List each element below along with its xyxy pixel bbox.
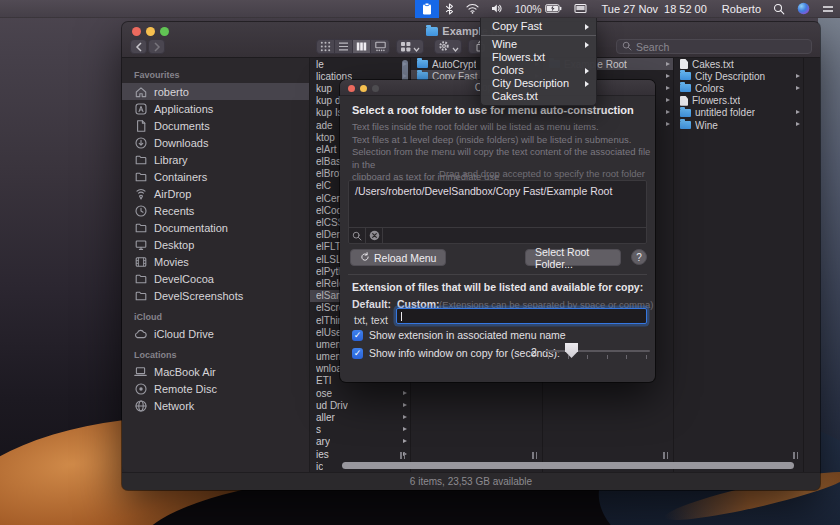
file-name: Flowers.txt xyxy=(692,95,740,106)
root-folder-dropzone[interactable]: /Users/roberto/DevelSandbox/Copy Fast/Ex… xyxy=(348,180,647,244)
file-row-flowers-txt[interactable]: Flowers.txt xyxy=(674,95,803,107)
slider-track[interactable] xyxy=(545,350,650,352)
back-button[interactable] xyxy=(130,39,147,54)
recents-icon xyxy=(134,204,147,217)
view-mode-segmented-control xyxy=(316,39,390,54)
checkbox-checked[interactable]: ✓ xyxy=(352,330,363,341)
sidebar-item-label: Recents xyxy=(154,205,194,217)
disclosure-arrow-icon xyxy=(666,110,670,114)
file-name: ic xyxy=(316,461,323,472)
status-item-volume[interactable] xyxy=(485,0,509,18)
sidebar-item-roberto[interactable]: roberto xyxy=(122,83,309,100)
finder-titlebar[interactable]: Example Root xyxy=(122,22,820,58)
file-row-ies[interactable]: ies xyxy=(310,448,410,460)
menu-item-copy-fast[interactable]: Copy Fast xyxy=(481,20,596,33)
sidebar-item-macbook-air[interactable]: MacBook Air xyxy=(122,363,309,380)
siri-icon xyxy=(797,2,810,15)
seconds-slider[interactable] xyxy=(545,342,650,360)
disclosure-arrow-icon xyxy=(666,86,670,90)
sidebar-item-develcocoa[interactable]: DevelCocoa xyxy=(122,270,309,287)
file-name: le xyxy=(316,59,324,70)
sidebar-item-network[interactable]: Network xyxy=(122,397,309,414)
status-item-battery[interactable]: 100% xyxy=(509,0,568,18)
sidebar-item-containers[interactable]: Containers xyxy=(122,168,309,185)
help-button[interactable]: ? xyxy=(631,249,647,265)
sidebar-item-label: Library xyxy=(154,154,188,166)
status-item-siri[interactable] xyxy=(791,0,816,18)
column-resize-handle[interactable] xyxy=(793,452,798,459)
sidebar-item-documents[interactable]: Documents xyxy=(122,117,309,134)
file-name: ETI xyxy=(316,375,332,386)
disclosure-arrow-icon xyxy=(666,62,670,66)
disclosure-arrow-icon xyxy=(796,86,800,90)
file-row-ud-driv[interactable]: ud Driv xyxy=(310,399,410,411)
column-divider[interactable] xyxy=(803,58,804,472)
status-item-bluetooth[interactable] xyxy=(439,0,460,18)
view-icons-button[interactable] xyxy=(317,40,335,53)
status-item-display[interactable] xyxy=(568,0,593,18)
sidebar-item-downloads[interactable]: Downloads xyxy=(122,134,309,151)
sidebar-item-documentation[interactable]: Documentation xyxy=(122,219,309,236)
column-resize-handle[interactable] xyxy=(400,452,405,459)
file-row-untitled-folder[interactable]: untitled folder xyxy=(674,107,803,119)
sidebar-item-icloud-drive[interactable]: iCloud Drive xyxy=(122,325,309,342)
show-extension-checkbox-row[interactable]: ✓ Show extension in associated menu name xyxy=(352,329,566,341)
sidebar-item-label: Downloads xyxy=(154,137,208,149)
status-item-notification-center[interactable] xyxy=(816,0,840,18)
file-row-ary[interactable]: ary xyxy=(310,436,410,448)
file-row-cakes-txt[interactable]: Cakes.txt xyxy=(674,58,803,70)
display-icon xyxy=(574,3,587,14)
sidebar-item-applications[interactable]: Applications xyxy=(122,100,309,117)
sidebar-item-recents[interactable]: Recents xyxy=(122,202,309,219)
custom-extensions-input[interactable] xyxy=(396,308,647,324)
status-item-wifi[interactable] xyxy=(460,0,485,18)
menu-item-wine[interactable]: Wine xyxy=(481,38,596,51)
select-root-folder-button[interactable]: Select Root Folder... xyxy=(525,249,621,266)
sidebar-item-develscreenshots[interactable]: DevelScreenshots xyxy=(122,287,309,304)
wifi-icon xyxy=(466,3,479,14)
sidebar-item-library[interactable]: Library xyxy=(122,151,309,168)
magnifier-button[interactable] xyxy=(349,228,366,243)
clear-button[interactable] xyxy=(366,228,383,243)
sidebar-item-label: iCloud Drive xyxy=(154,328,214,340)
action-button[interactable] xyxy=(434,39,462,54)
column-resize-handle[interactable] xyxy=(532,452,537,459)
sidebar-item-desktop[interactable]: Desktop xyxy=(122,236,309,253)
file-row-aller[interactable]: aller xyxy=(310,411,410,423)
sidebar-item-label: Movies xyxy=(154,256,189,268)
horizontal-scrollbar[interactable] xyxy=(342,462,794,469)
file-row-le[interactable]: le xyxy=(310,58,410,70)
sidebar-item-remote-disc[interactable]: Remote Disc xyxy=(122,380,309,397)
menu-item-colors[interactable]: Colors xyxy=(481,64,596,77)
checkbox-checked[interactable]: ✓ xyxy=(352,348,363,359)
sidebar-item-airdrop[interactable]: AirDrop xyxy=(122,185,309,202)
menu-bar-clock[interactable]: Tue 27 Nov 18 52 00 xyxy=(593,0,716,18)
sidebar-item-movies[interactable]: Movies xyxy=(122,253,309,270)
forward-button[interactable] xyxy=(148,39,165,54)
view-columns-button[interactable] xyxy=(353,40,371,53)
reload-menu-button[interactable]: Reload Menu xyxy=(350,249,446,266)
menu-bar-user[interactable]: Roberto xyxy=(716,0,767,18)
file-row-city-description[interactable]: City Description xyxy=(674,70,803,82)
column-resize-handle[interactable] xyxy=(663,452,668,459)
menu-item-city-description[interactable]: City Description xyxy=(481,77,596,90)
show-info-window-checkbox-row[interactable]: ✓ Show info window on copy for (seconds)… xyxy=(352,347,560,359)
search-input[interactable]: Search xyxy=(616,39,812,54)
view-list-button[interactable] xyxy=(335,40,353,53)
file-row-s[interactable]: s xyxy=(310,424,410,436)
view-gallery-button[interactable] xyxy=(371,40,389,53)
status-item-copy-fast[interactable] xyxy=(415,0,439,18)
menu-item-cakes-txt[interactable]: Cakes.txt xyxy=(481,90,596,103)
submenu-arrow-icon xyxy=(585,42,589,48)
text-caret xyxy=(401,312,402,321)
file-row-wine[interactable]: Wine xyxy=(674,119,803,131)
status-item-spotlight[interactable] xyxy=(767,0,791,18)
group-button[interactable] xyxy=(396,39,424,54)
menu-item-flowers-txt[interactable]: Flowers.txt xyxy=(481,51,596,64)
sidebar-item-label: Remote Disc xyxy=(154,383,217,395)
file-row-ose[interactable]: ose xyxy=(310,387,410,399)
path-filter-field[interactable] xyxy=(349,227,646,243)
menu-separator xyxy=(481,35,596,36)
disclosure-arrow-icon xyxy=(403,439,407,443)
file-row-colors[interactable]: Colors xyxy=(674,82,803,94)
